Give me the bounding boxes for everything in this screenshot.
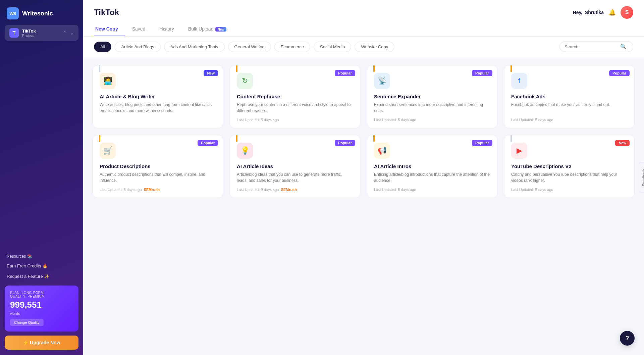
sidebar-item-request-feature[interactable]: Request a Feature ✨	[5, 271, 78, 282]
card-badge: Popular	[472, 70, 492, 76]
card-footer: Last Updated: 5 days ago SEMrush	[100, 188, 216, 192]
chevron-up-icon: ⌃	[63, 31, 67, 36]
page-title: TikTok	[94, 8, 119, 17]
sidebar: WS Writesonic T TikTok Project ⌃ ⌄ Resou…	[0, 0, 83, 355]
filter-ads-and-marketing-tools[interactable]: Ads And Marketing Tools	[164, 42, 225, 52]
card-desc: Facebook ad copies that make your ads tr…	[511, 102, 628, 114]
plan-words: 999,551	[10, 300, 73, 310]
card-content-rephrase[interactable]: Popular ↻ Content Rephrase Rephrase your…	[230, 65, 360, 128]
search-box: 🔍	[559, 41, 633, 52]
card-badge: Popular	[609, 70, 630, 76]
filter-article-and-blogs[interactable]: Article And Blogs	[115, 42, 160, 52]
plan-box: PLAN: LONG-FORM QUALITY: PREMIUM 999,551…	[5, 286, 78, 332]
card-top-bar	[511, 135, 512, 142]
card-top-bar	[236, 65, 237, 72]
filter-ecommerce[interactable]: Ecommerce	[274, 42, 310, 52]
filter-social-media[interactable]: Social Media	[314, 42, 351, 52]
card-icon: 🧑‍💻	[100, 73, 116, 89]
card-badge: New	[615, 140, 630, 146]
tab-new-copy[interactable]: New Copy	[94, 23, 125, 36]
username: Shrutika	[585, 10, 604, 15]
card-desc: Expand short sentences into more descrip…	[374, 102, 490, 114]
card-title: AI Article & Blog Writer	[100, 94, 216, 99]
card-icon: 🛒	[100, 143, 116, 159]
resources-label: Resources 📚	[5, 252, 78, 261]
card-sentence-expander[interactable]: Popular 📡 Sentence Expander Expand short…	[367, 65, 497, 128]
sidebar-item-earn-credits[interactable]: Earn Free Credits 🔥	[5, 261, 78, 271]
card-icon: 📢	[374, 143, 390, 159]
card-top-bar	[511, 65, 512, 72]
card-footer: Last Updated: 9 days ago SEMrush	[237, 188, 353, 192]
card-footer: Last Updated: 5 days ago	[374, 188, 490, 192]
card-desc: Rephrase your content in a different voi…	[237, 102, 353, 114]
search-input[interactable]	[565, 44, 618, 49]
card-desc: Enticing article/blog introductions that…	[374, 171, 490, 184]
card-top-bar	[99, 65, 100, 72]
card-product-descriptions[interactable]: Popular 🛒 Product Descriptions Authentic…	[93, 135, 223, 198]
tab-badge: New	[215, 27, 226, 32]
card-facebook-ads[interactable]: Popular f Facebook Ads Facebook ad copie…	[504, 65, 635, 128]
card-icon: ↻	[237, 73, 253, 89]
logo-area: WS Writesonic	[0, 0, 83, 25]
card-icon: ▶	[511, 143, 527, 159]
request-feature-label: Request a Feature ✨	[7, 274, 49, 279]
card-ai-article-intros[interactable]: Popular 📢 AI Article Intros Enticing art…	[367, 135, 497, 198]
tab-bulk-upload[interactable]: Bulk UploadNew	[187, 23, 233, 36]
plan-words-label: words	[10, 311, 73, 315]
project-avatar: T	[9, 28, 19, 38]
semrush-badge: SEMrush	[144, 188, 160, 192]
topbar-right: Hey, Shrutika 🔔 S	[573, 6, 633, 19]
project-selector[interactable]: T TikTok Project ⌃ ⌄	[5, 25, 78, 41]
user-avatar[interactable]: S	[621, 6, 633, 19]
card-top-bar	[373, 135, 375, 142]
logo-icon: WS	[7, 7, 19, 19]
card-ai-article-blog-writer[interactable]: New 🧑‍💻 AI Article & Blog Writer Write a…	[93, 65, 223, 128]
card-title: Facebook Ads	[511, 94, 628, 99]
card-top-bar	[236, 135, 237, 142]
help-button[interactable]: ?	[620, 331, 635, 346]
notification-bell-button[interactable]: 🔔	[608, 9, 616, 16]
tab-bar: New CopySavedHistoryBulk UploadNew	[94, 23, 633, 36]
search-icon: 🔍	[620, 44, 627, 50]
chevron-down-icon: ⌄	[70, 31, 74, 36]
earn-credits-label: Earn Free Credits 🔥	[7, 263, 48, 268]
plan-line1: PLAN: LONG-FORM	[10, 291, 73, 295]
upgrade-now-button[interactable]: ⚡ Upgrade Now	[5, 336, 78, 350]
card-title: AI Article Ideas	[237, 163, 353, 169]
logo-text: Writesonic	[22, 10, 53, 17]
tab-saved[interactable]: Saved	[131, 23, 152, 36]
card-youtube-descriptions-v2[interactable]: New ▶ YouTube Descriptions V2 Catchy and…	[504, 135, 635, 198]
card-badge: Popular	[335, 140, 355, 146]
card-title: Product Descriptions	[100, 163, 216, 169]
greeting-text: Hey, Shrutika	[573, 10, 604, 15]
cards-grid: New 🧑‍💻 AI Article & Blog Writer Write a…	[93, 65, 635, 198]
card-badge: Popular	[335, 70, 355, 76]
card-badge: Popular	[472, 140, 492, 146]
card-icon: f	[511, 73, 527, 89]
card-badge: New	[204, 70, 218, 76]
card-ai-article-ideas[interactable]: Popular 💡 AI Article Ideas Article/blog …	[230, 135, 360, 198]
card-desc: Authentic product descriptions that will…	[100, 171, 216, 184]
card-top-bar	[373, 65, 375, 72]
main-content: TikTok Hey, Shrutika 🔔 S New CopySavedHi…	[83, 0, 644, 355]
card-icon: 💡	[237, 143, 253, 159]
card-footer: Last Updated: 5 days ago	[374, 118, 490, 122]
change-quality-button[interactable]: Change Quality	[10, 319, 44, 326]
filter-all[interactable]: All	[94, 42, 111, 52]
project-sub: Project	[22, 34, 60, 38]
filter-website-copy[interactable]: Website Copy	[355, 42, 394, 52]
filter-general-writing[interactable]: General Writing	[228, 42, 271, 52]
plan-line2: QUALITY: PREMIUM	[10, 295, 73, 298]
project-info: TikTok Project	[22, 29, 60, 38]
tab-history[interactable]: History	[158, 23, 181, 36]
card-title: Sentence Expander	[374, 94, 490, 99]
card-icon: 📡	[374, 73, 390, 89]
topbar-header: TikTok Hey, Shrutika 🔔 S	[94, 6, 633, 23]
feedback-button[interactable]: Feedback	[639, 162, 644, 193]
card-footer: Last Updated: 5 days ago	[511, 118, 628, 122]
topbar: TikTok Hey, Shrutika 🔔 S New CopySavedHi…	[83, 0, 644, 37]
sidebar-bottom: Resources 📚 Earn Free Credits 🔥 Request …	[0, 247, 83, 355]
card-desc: Write articles, blog posts and other lon…	[100, 102, 216, 122]
card-footer: Last Updated: 5 days ago	[237, 118, 353, 122]
card-top-bar	[99, 135, 100, 142]
